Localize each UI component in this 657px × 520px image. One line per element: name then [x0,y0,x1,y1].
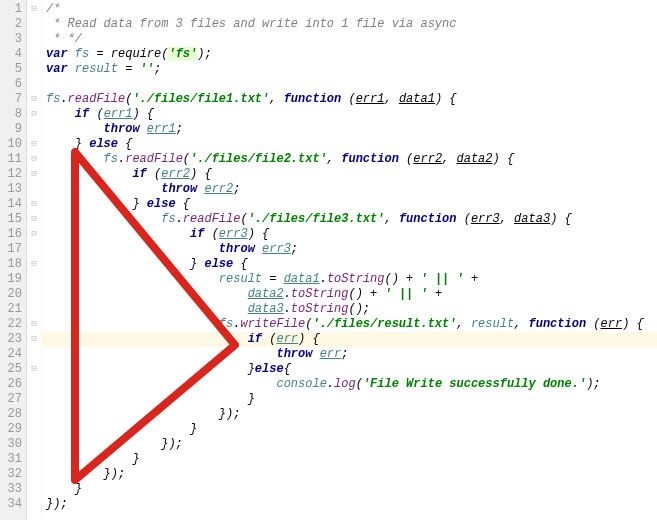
token: , [514,317,528,331]
code-line[interactable]: }); [46,497,657,512]
fold-marker[interactable]: ⊟ [27,257,41,272]
fold-marker[interactable]: ⊟ [27,92,41,107]
fold-marker[interactable]: ⊟ [27,332,41,347]
fold-marker[interactable]: ⊟ [27,152,41,167]
token [46,332,248,346]
token: . [284,302,291,316]
fold-marker[interactable]: ⊟ [27,362,41,377]
code-line[interactable] [46,77,657,92]
code-line[interactable]: throw err2; [46,182,657,197]
code-line[interactable]: throw err3; [46,242,657,257]
code-line[interactable]: } [46,452,657,467]
code-line[interactable]: if (err1) { [46,107,657,122]
line-number: 11 [0,152,22,167]
code-editor[interactable]: 1234567891011121314151617181920212223242… [0,0,657,520]
fold-marker [27,182,41,197]
code-line[interactable]: } [46,482,657,497]
fold-marker [27,17,41,32]
token: './files/file1.txt' [132,92,269,106]
code-line[interactable]: result = data1.toString() + ' || ' + [46,272,657,287]
token: ); [586,377,600,391]
line-number: 19 [0,272,22,287]
token [46,272,219,286]
code-line[interactable]: console.log('File Write successfully don… [46,377,657,392]
token: result [471,317,514,331]
line-number: 12 [0,167,22,182]
fold-marker[interactable]: ⊟ [27,212,41,227]
line-number: 7 [0,92,22,107]
token: , [269,92,283,106]
line-number: 30 [0,437,22,452]
token: var [46,47,75,61]
token [46,152,104,166]
token: ; [233,182,240,196]
code-line[interactable]: }); [46,467,657,482]
token: }); [46,407,240,421]
fold-marker [27,77,41,92]
token [46,182,161,196]
token: toString [291,287,349,301]
fold-marker[interactable]: ⊟ [27,317,41,332]
code-line[interactable]: if (err3) { [46,227,657,242]
token: if [75,107,97,121]
token: console [276,377,326,391]
token: readFile [183,212,241,226]
token: 'fs' [168,47,197,61]
code-line[interactable]: } else { [46,137,657,152]
token: writeFile [240,317,305,331]
code-line[interactable]: fs.readFile('./files/file2.txt', functio… [46,152,657,167]
code-line[interactable]: }); [46,437,657,452]
fold-column[interactable]: ⊟⊟⊟⊟⊟⊟⊟⊟⊟⊟⊟⊟⊟ [27,0,42,520]
code-line[interactable]: } else { [46,257,657,272]
code-line[interactable]: * Read data from 3 files and write into … [46,17,657,32]
token: { [183,197,190,211]
code-line[interactable]: }else{ [46,362,657,377]
line-number: 4 [0,47,22,62]
code-line[interactable]: throw err1; [46,122,657,137]
token: else [147,197,183,211]
fold-marker[interactable]: ⊟ [27,167,41,182]
token: err [320,347,342,361]
token: data1 [284,272,320,286]
code-line[interactable]: fs.writeFile('./files/result.txt', resul… [46,317,657,332]
token: err2 [413,152,442,166]
token: ) { [190,167,212,181]
code-line[interactable]: /* [46,2,657,17]
code-line[interactable]: data3.toString(); [46,302,657,317]
token [46,317,219,331]
token: , [500,212,514,226]
code-line[interactable]: if (err) { [42,332,657,347]
code-line[interactable]: data2.toString() + ' || ' + [46,287,657,302]
fold-marker[interactable]: ⊟ [27,227,41,242]
fold-marker[interactable]: ⊟ [27,137,41,152]
token: err2 [161,167,190,181]
token: readFile [68,92,126,106]
token: if [248,332,270,346]
code-line[interactable]: var fs = require('fs'); [46,47,657,62]
line-number: 1 [0,2,22,17]
code-line[interactable]: throw err; [46,347,657,362]
fold-marker[interactable]: ⊟ [27,107,41,122]
code-line[interactable]: fs.readFile('./files/file3.txt', functio… [46,212,657,227]
token: data3 [514,212,550,226]
code-line[interactable]: var result = ''; [46,62,657,77]
token: log [334,377,356,391]
token [46,107,75,121]
code-line[interactable]: }); [46,407,657,422]
token: } [46,362,255,376]
code-line[interactable]: } [46,392,657,407]
code-line[interactable]: fs.readFile('./files/file1.txt', functio… [46,92,657,107]
token: = [262,272,284,286]
token: function [529,317,594,331]
fold-marker[interactable]: ⊟ [27,197,41,212]
token: fs [219,317,233,331]
token: ( [212,227,219,241]
code-area[interactable]: /* * Read data from 3 files and write in… [42,0,657,520]
fold-marker [27,452,41,467]
code-line[interactable]: if (err2) { [46,167,657,182]
code-line[interactable]: } else { [46,197,657,212]
code-line[interactable]: * */ [46,32,657,47]
fold-marker[interactable]: ⊟ [27,2,41,17]
code-line[interactable]: } [46,422,657,437]
token: ( [348,92,355,106]
